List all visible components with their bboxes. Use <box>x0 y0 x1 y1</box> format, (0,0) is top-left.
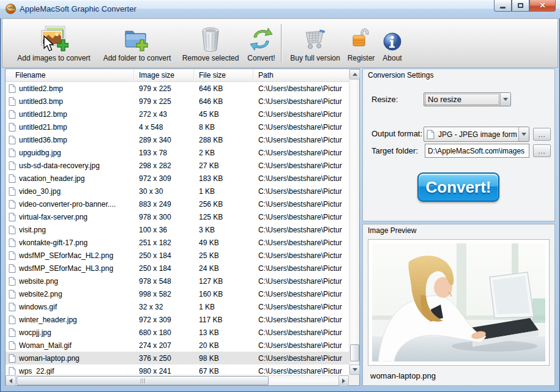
scroll-left-button[interactable] <box>6 375 16 386</box>
table-row[interactable]: vkontakte-gift-17.png 251 x 182 49 KB C:… <box>6 236 349 249</box>
toolbar-label-add-folder: Add folder to convert <box>103 54 171 62</box>
conversion-settings-group: Conversion Settings Resize: No resize Ou… <box>362 68 555 221</box>
path-cell: C:\Users\bestshare\Pictur <box>253 277 349 286</box>
image-size-cell: 32 x 32 <box>134 303 194 311</box>
file-size-cell: 646 KB <box>194 84 253 93</box>
filename-cell: untitled36.bmp <box>19 136 67 144</box>
add-images-button[interactable]: Add images to convert <box>11 21 97 65</box>
file-size-cell: 27 KB <box>194 161 253 170</box>
table-row[interactable]: untitled2.bmp 979 x 225 646 KB C:\Users\… <box>6 82 349 95</box>
target-folder-input[interactable]: D:\AppleMacSoft.com\images <box>425 144 529 158</box>
vertical-scroll-thumb[interactable] <box>350 344 359 361</box>
file-icon <box>9 251 16 260</box>
path-cell: C:\Users\bestshare\Pictur <box>253 200 349 209</box>
column-header-image-size[interactable]: Image size <box>134 69 194 81</box>
add-folder-button[interactable]: Add folder to convert <box>95 21 179 65</box>
output-format-dropdown-arrow[interactable] <box>518 127 529 141</box>
table-row[interactable]: video-converter-pro-banner.... 883 x 249… <box>6 198 349 210</box>
file-size-cell: 117 KB <box>194 316 253 324</box>
table-row[interactable]: untitled36.bmp 289 x 340 288 KB C:\Users… <box>6 133 349 146</box>
image-size-cell: 289 x 340 <box>134 136 194 144</box>
table-row[interactable]: upguidbg.jpg 193 x 78 2 KB C:\Users\best… <box>6 146 349 159</box>
column-header-filename[interactable]: Filename <box>6 69 134 81</box>
file-size-cell: 256 KB <box>194 200 253 209</box>
info-icon <box>383 23 402 52</box>
file-icon <box>9 110 16 119</box>
table-row[interactable]: virtual-fax-server.png 978 x 300 125 KB … <box>6 210 349 223</box>
table-row[interactable]: vacation_header.jpg 972 x 309 183 KB C:\… <box>6 172 349 185</box>
column-header-path[interactable]: Path <box>253 69 349 81</box>
table-row[interactable]: wdsfMP_SEforMac_HL2.png 250 x 184 25 KB … <box>6 249 349 262</box>
table-row[interactable]: woman-laptop.png 376 x 250 98 KB C:\User… <box>6 352 349 364</box>
table-row[interactable]: wdsfMP_SEforMac_HL3.png 250 x 184 24 KB … <box>6 262 349 275</box>
scroll-down-icon <box>353 368 357 371</box>
file-size-cell: 13 KB <box>194 328 253 337</box>
column-header-file-size[interactable]: File size <box>194 69 253 81</box>
table-row[interactable]: visit.png 100 x 36 3 KB C:\Users\bestsha… <box>6 223 349 236</box>
toolbar-separator <box>281 24 282 62</box>
path-cell: C:\Users\bestshare\Pictur <box>253 187 349 196</box>
file-icon <box>9 290 16 298</box>
table-row[interactable]: website.png 978 x 548 127 KB C:\Users\be… <box>6 275 349 287</box>
path-cell: C:\Users\bestshare\Pictur <box>253 110 349 119</box>
maximize-button[interactable] <box>512 0 529 12</box>
table-row[interactable]: winter_header.jpg 972 x 309 117 KB C:\Us… <box>6 313 349 326</box>
horizontal-scrollbar[interactable] <box>6 375 349 385</box>
chevron-down-icon <box>521 133 526 136</box>
table-row[interactable]: untitled21.bmp 4 x 548 8 KB C:\Users\bes… <box>6 120 349 133</box>
close-button[interactable]: ✕ <box>529 0 556 12</box>
table-row[interactable]: website2.png 998 x 582 160 KB C:\Users\b… <box>6 287 349 300</box>
about-button[interactable]: About <box>377 21 408 65</box>
titlebar[interactable]: AppleMacSoft Graphic Converter ✕ <box>0 0 560 18</box>
toolbar-label-convert: Convert! <box>247 54 275 62</box>
table-row[interactable]: Woman_Mail.gif 274 x 207 20 KB C:\Users\… <box>6 339 349 352</box>
path-cell: C:\Users\bestshare\Pictur <box>253 84 349 93</box>
window-title: AppleMacSoft Graphic Converter <box>20 4 136 13</box>
minimize-button[interactable] <box>494 0 512 12</box>
table-row[interactable]: untitled3.bmp 979 x 225 646 KB C:\Users\… <box>6 95 349 108</box>
file-icon <box>9 354 16 363</box>
filename-cell: wdsfMP_SEforMac_HL2.png <box>19 251 113 260</box>
filename-cell: winter_header.jpg <box>19 316 77 324</box>
file-size-cell: 1 KB <box>194 187 253 196</box>
vertical-scrollbar[interactable] <box>349 69 359 375</box>
table-row[interactable]: wocpjj.jpg 680 x 180 13 KB C:\Users\best… <box>6 326 349 339</box>
table-row[interactable]: usb-sd-data-recovery.jpg 298 x 282 27 KB… <box>6 159 349 172</box>
app-window: AppleMacSoft Graphic Converter ✕ <box>0 0 560 392</box>
convert-toolbar-button[interactable]: Convert! <box>242 21 280 65</box>
path-cell: C:\Users\bestshare\Pictur <box>253 367 349 375</box>
resize-label: Resize: <box>371 95 398 104</box>
image-size-cell: 274 x 207 <box>134 341 194 350</box>
image-size-cell: 250 x 184 <box>134 251 194 260</box>
filename-cell: visit.png <box>19 226 46 234</box>
path-cell: C:\Users\bestshare\Pictur <box>253 174 349 183</box>
path-cell: C:\Users\bestshare\Pictur <box>253 149 349 157</box>
table-row[interactable]: windows.gif 32 x 32 1 KB C:\Users\bestsh… <box>6 300 349 313</box>
path-cell: C:\Users\bestshare\Pictur <box>253 239 349 247</box>
horizontal-scroll-thumb[interactable] <box>17 376 269 385</box>
buy-full-version-button[interactable]: Buy full version <box>288 21 343 65</box>
filename-cell: untitled2.bmp <box>19 84 63 93</box>
target-folder-browse-button[interactable]: ... <box>533 144 551 157</box>
output-format-value: JPG - JPEG image form <box>436 130 517 139</box>
table-row[interactable]: video_30.jpg 30 x 30 1 KB C:\Users\bests… <box>6 185 349 198</box>
resize-dropdown[interactable]: No resize <box>424 92 511 106</box>
resize-dropdown-arrow[interactable] <box>500 93 510 106</box>
file-size-cell: 2 KB <box>194 149 253 157</box>
output-format-browse-button[interactable]: ... <box>533 128 551 141</box>
trash-icon <box>200 23 221 52</box>
scroll-right-button[interactable] <box>338 375 349 386</box>
register-button[interactable]: Register <box>345 21 377 65</box>
file-icon <box>9 200 16 209</box>
filename-cell: woman-laptop.png <box>19 354 80 363</box>
file-list-panel: Filename Image size File size Path untit… <box>5 68 360 386</box>
scroll-down-button[interactable] <box>349 364 360 375</box>
output-format-dropdown[interactable]: JPG - JPEG image form <box>424 127 529 142</box>
convert-button[interactable]: Convert! <box>417 172 499 202</box>
remove-selected-button[interactable]: Remove selected <box>180 21 241 65</box>
scroll-up-button[interactable] <box>349 69 360 80</box>
file-size-cell: 25 KB <box>194 251 253 260</box>
table-row[interactable]: untitled12.bmp 272 x 43 45 KB C:\Users\b… <box>6 108 349 120</box>
file-icon <box>9 174 16 183</box>
file-size-cell: 45 KB <box>194 110 253 119</box>
